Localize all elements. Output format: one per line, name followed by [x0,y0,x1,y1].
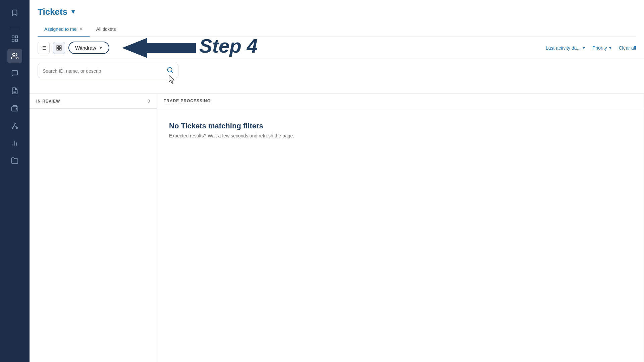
priority-filter-button[interactable]: Priority ▼ [592,45,612,51]
page-title-chevron-icon[interactable]: ▼ [70,8,76,15]
search-input[interactable] [43,68,164,74]
sidebar-divider-1 [9,27,20,27]
analytics-icon[interactable] [7,136,22,150]
search-row [30,59,644,94]
in-review-count: 0 [148,99,150,104]
svg-line-13 [15,126,17,127]
trade-processing-body: No Tickets matching filters Expected res… [157,108,644,362]
toolbar-right: Last activity da... ▼ Priority ▼ Clear a… [546,45,636,51]
bookmark-icon[interactable] [7,5,22,20]
tab-assigned-to-me[interactable]: Assigned to me ✕ [38,22,90,37]
kanban-col-trade-processing-header: TRADE PROCESSING [157,94,644,108]
withdraw-button[interactable]: Withdraw ▼ [68,42,109,54]
wallet-icon[interactable] [7,101,22,116]
in-review-body [30,109,157,362]
search-box [38,64,178,78]
svg-rect-2 [12,39,14,41]
kanban-col-in-review-header: IN REVIEW 0 [30,94,157,109]
withdraw-label: Withdraw [75,45,96,51]
withdraw-chevron-icon: ▼ [99,46,103,50]
last-activity-label: Last activity da... [546,45,581,51]
kanban-col-in-review: IN REVIEW 0 [30,94,157,362]
tab-assigned-close-icon[interactable]: ✕ [79,27,83,32]
reports-icon[interactable] [7,83,22,98]
svg-rect-25 [57,48,58,50]
no-tickets-subtitle: Expected results? Wait a few seconds and… [169,133,294,138]
search-icon[interactable] [167,67,173,75]
svg-point-4 [13,53,15,56]
svg-rect-1 [15,36,17,38]
tab-all-tickets[interactable]: All tickets [90,22,123,37]
kanban-area: IN REVIEW 0 TRADE PROCESSING No Tickets … [30,94,644,362]
page-title: Tickets [38,7,67,17]
sidebar [0,0,30,362]
folder-icon[interactable] [7,153,22,168]
svg-rect-24 [60,46,61,47]
svg-point-9 [12,127,13,129]
svg-point-10 [16,127,18,129]
withdraw-wrapper: Withdraw ▼ Step 4 [68,42,109,54]
grid-view-button[interactable] [53,42,65,54]
last-activity-filter-button[interactable]: Last activity da... ▼ [546,45,586,51]
svg-marker-27 [122,38,196,58]
no-tickets-message: No Tickets matching filters Expected res… [162,114,638,146]
svg-point-8 [14,123,15,124]
svg-rect-0 [12,36,14,38]
tab-all-label: All tickets [96,26,116,32]
no-tickets-title: No Tickets matching filters [169,122,263,130]
svg-rect-26 [60,48,61,50]
org-icon[interactable] [7,118,22,133]
clear-all-button[interactable]: Clear all [619,45,636,51]
main-content: Tickets ▼ Assigned to me ✕ All tickets [30,0,644,362]
svg-rect-23 [57,46,58,47]
step-annotation: Step 4 [199,35,258,56]
chat-icon[interactable] [7,66,22,81]
contacts-icon[interactable] [7,49,22,63]
header: Tickets ▼ Assigned to me ✕ All tickets [30,0,644,37]
priority-chevron-icon: ▼ [608,46,612,50]
in-review-title: IN REVIEW [36,99,60,104]
trade-processing-title: TRADE PROCESSING [164,99,211,103]
page-title-row: Tickets ▼ [38,7,636,17]
list-view-button[interactable] [38,42,50,54]
svg-line-29 [171,71,173,73]
kanban-col-trade-processing: TRADE PROCESSING No Tickets matching fil… [157,94,644,362]
last-activity-chevron-icon: ▼ [582,46,586,50]
grid-icon[interactable] [7,31,22,46]
svg-line-12 [13,126,15,127]
priority-label: Priority [592,45,607,51]
svg-rect-3 [15,39,17,41]
toolbar: Withdraw ▼ Step 4 Last activity da... ▼ [30,37,644,59]
tab-row: Assigned to me ✕ All tickets [38,22,636,37]
tab-assigned-label: Assigned to me [44,26,77,32]
